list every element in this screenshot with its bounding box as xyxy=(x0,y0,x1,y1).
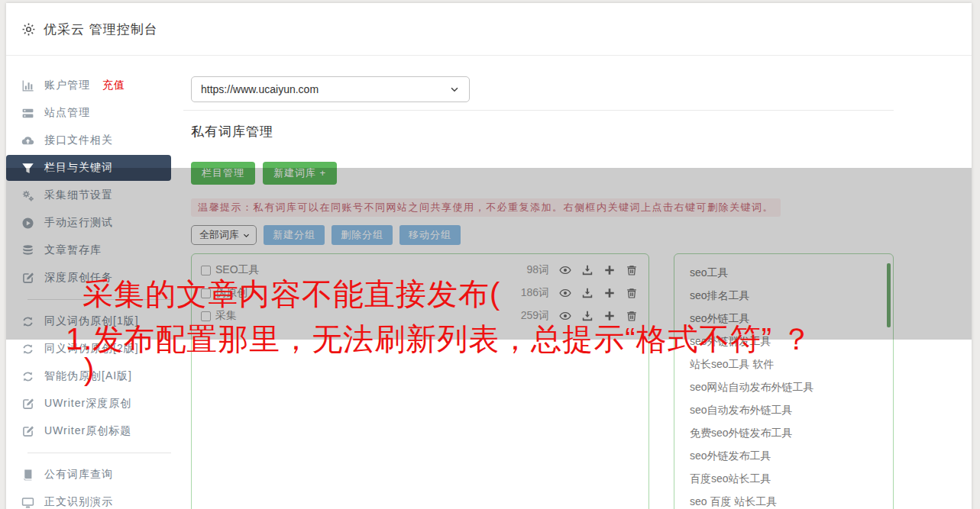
keyword-item[interactable]: 免费seo外链发布工具 xyxy=(674,421,893,444)
sidebar-item[interactable]: 正文识别演示 xyxy=(6,488,171,509)
keyword-item[interactable]: seo 百度 站长工具 xyxy=(674,490,893,509)
refresh-icon xyxy=(21,370,34,383)
refresh-icon xyxy=(21,343,34,356)
sidebar-item[interactable]: UWriter原创标题 xyxy=(6,417,171,445)
sidebar-item[interactable]: 接口文件相关 xyxy=(6,127,171,154)
keyword-item[interactable]: seo自动发布外链工具 xyxy=(674,398,893,421)
page-title: 私有词库管理 xyxy=(191,123,972,140)
section-divider xyxy=(183,110,894,111)
sidebar-item[interactable]: 公有词库查询 xyxy=(6,461,171,488)
sidebar-item-label: 公有词库查询 xyxy=(44,468,113,482)
sidebar-item-label: 账户管理 xyxy=(44,79,90,92)
sidebar-item[interactable]: 站点管理 xyxy=(6,99,171,127)
cloud-upload-icon xyxy=(21,134,34,147)
sidebar-item-label: UWriter深度原创 xyxy=(44,397,131,411)
app-title: 优采云 管理控制台 xyxy=(44,21,158,38)
sidebar-item-label: UWriter原创标题 xyxy=(44,424,131,438)
keyword-item[interactable]: seo外链发布工具 xyxy=(674,444,893,467)
sidebar-item-label: 接口文件相关 xyxy=(44,134,113,147)
server-icon xyxy=(21,107,34,120)
sidebar-item[interactable]: 账户管理充值 xyxy=(6,72,171,99)
keyword-item[interactable]: 百度seo站长工具 xyxy=(674,467,893,490)
book-icon xyxy=(21,469,34,482)
recharge-link[interactable]: 充值 xyxy=(102,79,125,92)
site-selector[interactable]: https://www.ucaiyun.com xyxy=(191,76,470,102)
edit-icon xyxy=(21,398,34,411)
edit-icon xyxy=(21,425,34,438)
sidebar-divider xyxy=(27,453,171,453)
monitor-icon xyxy=(21,496,34,509)
annotation-line-3: ) xyxy=(84,353,95,387)
sidebar-item-label: 正文识别演示 xyxy=(44,495,113,509)
chart-bar-icon xyxy=(21,79,34,92)
gear-icon xyxy=(21,22,36,37)
sidebar-item-label: 站点管理 xyxy=(44,106,90,120)
annotation-line-2: 1.发布配置那里，无法刷新列表，总提示“格式不符” ？ xyxy=(66,318,813,360)
sidebar-item[interactable]: UWriter深度原创 xyxy=(6,390,171,417)
chevron-down-icon xyxy=(449,84,460,95)
app-header: 优采云 管理控制台 xyxy=(6,3,972,56)
keyword-item[interactable]: seo网站自动发布外链工具 xyxy=(674,375,893,398)
annotation-line-1: 采集的文章内容不能直接发布( xyxy=(82,273,500,315)
site-selector-value: https://www.ucaiyun.com xyxy=(201,83,319,95)
